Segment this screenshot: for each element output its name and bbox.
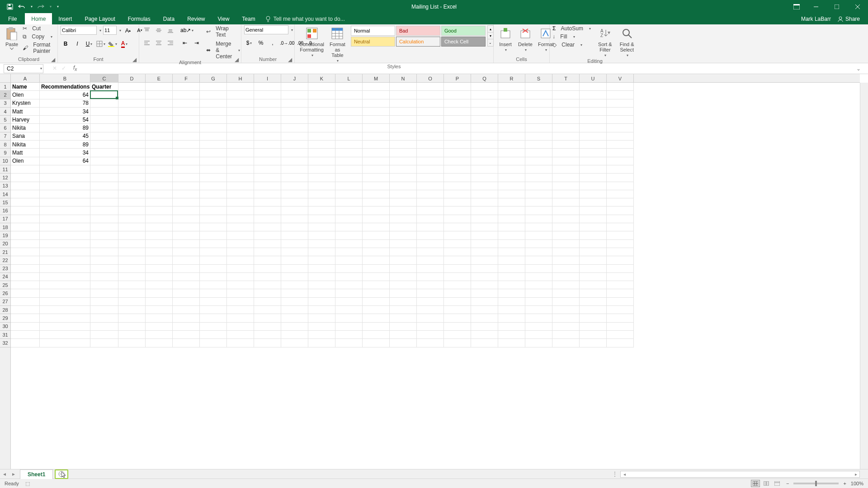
cell[interactable] — [335, 132, 363, 141]
cell[interactable] — [471, 314, 498, 322]
cell[interactable] — [444, 99, 471, 108]
column-header[interactable]: M — [363, 74, 390, 83]
cell[interactable] — [200, 83, 227, 91]
cell[interactable] — [254, 223, 281, 231]
cell[interactable] — [254, 182, 281, 190]
cell[interactable] — [363, 206, 390, 215]
cell[interactable] — [552, 99, 580, 108]
cell[interactable] — [580, 182, 607, 190]
cell[interactable] — [607, 174, 634, 182]
cell[interactable] — [552, 116, 580, 124]
cell[interactable] — [146, 339, 173, 347]
cell[interactable] — [146, 265, 173, 273]
align-right-icon[interactable] — [165, 38, 175, 48]
column-header[interactable]: L — [335, 74, 363, 83]
cell[interactable] — [90, 149, 118, 157]
cell[interactable] — [308, 314, 335, 322]
cell[interactable] — [363, 331, 390, 339]
delete-cells-button[interactable]: Delete▾ — [516, 25, 534, 53]
tab-formulas[interactable]: Formulas — [122, 13, 157, 24]
row-header[interactable]: 29 — [0, 314, 10, 322]
row-header[interactable]: 11 — [0, 165, 10, 174]
cell[interactable] — [40, 314, 90, 322]
cell[interactable] — [118, 157, 146, 165]
cell[interactable] — [227, 314, 254, 322]
cell[interactable] — [498, 141, 525, 149]
cell[interactable] — [227, 91, 254, 99]
bold-button[interactable]: B — [61, 39, 71, 49]
tab-data[interactable]: Data — [157, 13, 181, 24]
cell[interactable] — [390, 157, 417, 165]
cell[interactable] — [118, 116, 146, 124]
cell[interactable] — [173, 141, 200, 149]
cell[interactable] — [308, 116, 335, 124]
cell[interactable]: 45 — [40, 132, 90, 141]
row-header[interactable]: 18 — [0, 223, 10, 231]
cell[interactable] — [335, 198, 363, 206]
cell[interactable] — [90, 306, 118, 314]
cell[interactable] — [607, 83, 634, 91]
cell[interactable] — [552, 331, 580, 339]
row-header[interactable]: 7 — [0, 132, 10, 141]
cell[interactable] — [281, 323, 308, 331]
zoom-slider[interactable] — [793, 483, 839, 484]
row-header[interactable]: 15 — [0, 198, 10, 206]
cell[interactable] — [390, 116, 417, 124]
cell[interactable] — [308, 141, 335, 149]
cell[interactable] — [471, 281, 498, 289]
row-header[interactable]: 12 — [0, 174, 10, 182]
cell[interactable] — [417, 240, 444, 248]
font-size-dropdown[interactable]: ▾ — [119, 28, 121, 33]
cell[interactable] — [607, 108, 634, 116]
cell[interactable] — [118, 198, 146, 206]
cell[interactable] — [227, 331, 254, 339]
cell[interactable] — [580, 240, 607, 248]
cell[interactable] — [90, 248, 118, 256]
scroll-left-icon[interactable]: ◂ — [621, 472, 628, 477]
underline-button[interactable]: U▾ — [84, 39, 94, 49]
cell[interactable] — [200, 240, 227, 248]
cell[interactable] — [417, 124, 444, 132]
cell[interactable] — [281, 265, 308, 273]
cell[interactable] — [417, 306, 444, 314]
cell[interactable] — [471, 248, 498, 256]
cell[interactable] — [173, 132, 200, 141]
cell[interactable] — [200, 223, 227, 231]
cell[interactable] — [471, 149, 498, 157]
enter-formula-icon[interactable]: ✓ — [61, 65, 66, 71]
cell[interactable] — [335, 149, 363, 157]
cell[interactable] — [444, 165, 471, 174]
tab-page-layout[interactable]: Page Layout — [78, 13, 121, 24]
cell[interactable] — [308, 298, 335, 306]
cell[interactable] — [607, 91, 634, 99]
row-header[interactable]: 2 — [0, 91, 10, 99]
comma-icon[interactable]: , — [268, 38, 278, 48]
cell[interactable] — [335, 289, 363, 297]
cell[interactable] — [607, 281, 634, 289]
cell[interactable] — [11, 281, 40, 289]
cell[interactable] — [146, 331, 173, 339]
cell[interactable] — [173, 124, 200, 132]
cell[interactable] — [552, 339, 580, 347]
cell[interactable] — [11, 215, 40, 223]
fx-icon[interactable]: fx — [73, 65, 77, 72]
cell[interactable] — [580, 149, 607, 157]
cell[interactable] — [281, 281, 308, 289]
cell[interactable] — [552, 182, 580, 190]
cell[interactable] — [281, 231, 308, 239]
cell[interactable] — [390, 339, 417, 347]
cell[interactable] — [335, 157, 363, 165]
cell[interactable] — [498, 215, 525, 223]
cell[interactable] — [11, 298, 40, 306]
cell[interactable] — [40, 190, 90, 198]
cell[interactable] — [580, 190, 607, 198]
cell[interactable] — [498, 273, 525, 281]
cell[interactable] — [308, 157, 335, 165]
cell[interactable] — [90, 91, 118, 99]
cell[interactable] — [308, 231, 335, 239]
cell[interactable] — [227, 190, 254, 198]
cell[interactable] — [118, 190, 146, 198]
cell[interactable] — [335, 281, 363, 289]
cell[interactable] — [607, 223, 634, 231]
cell[interactable] — [227, 215, 254, 223]
